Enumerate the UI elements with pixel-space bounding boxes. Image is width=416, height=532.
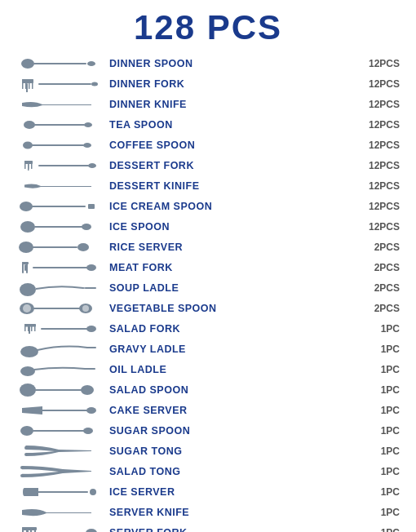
cake-server-icon [18, 402, 100, 419]
table-row: VEGETABLE SPOON 2PCS [8, 299, 408, 318]
svg-point-46 [82, 305, 89, 312]
dessert-knife-icon [18, 178, 100, 194]
icon-cell [8, 198, 106, 215]
item-name: TEA SPOON [106, 119, 367, 131]
item-name: SUGAR TONG [106, 446, 367, 457]
svg-point-14 [23, 142, 33, 149]
svg-rect-36 [22, 262, 29, 264]
svg-point-63 [86, 407, 96, 414]
svg-point-24 [20, 202, 33, 211]
item-name: ICE SPOON [106, 221, 367, 233]
svg-point-23 [88, 163, 96, 168]
icon-cell [8, 219, 106, 235]
svg-rect-8 [26, 83, 28, 92]
item-qty: 1PC [367, 446, 408, 457]
icon-cell [8, 157, 106, 174]
svg-rect-28 [34, 226, 83, 228]
item-name: OIL LADLE [106, 364, 367, 375]
svg-rect-41 [85, 287, 96, 289]
icon-cell [8, 55, 106, 72]
item-qty: 12PCS [367, 160, 408, 171]
svg-rect-52 [29, 326, 30, 334]
item-name: DESSERT FORK [106, 160, 367, 171]
item-qty: 1PC [367, 405, 408, 416]
icon-cell [8, 76, 106, 92]
page-title: 128 PCS [0, 8, 416, 47]
item-qty: 12PCS [367, 99, 408, 110]
svg-rect-75 [22, 527, 37, 530]
item-name: DINNER KNIFE [106, 99, 367, 110]
svg-point-54 [86, 326, 96, 332]
svg-rect-53 [41, 328, 88, 330]
svg-point-27 [20, 221, 35, 233]
icon-cell [8, 117, 106, 133]
item-qty: 1PC [367, 364, 408, 375]
svg-rect-31 [33, 246, 77, 248]
item-qty: 12PCS [367, 201, 408, 212]
item-name: DINNER FORK [106, 78, 367, 90]
svg-point-10 [91, 82, 98, 86]
svg-point-0 [21, 59, 34, 69]
item-name: SUGAR SPOON [106, 425, 367, 437]
table-row: GRAVY LADLE 1PC [8, 339, 408, 359]
item-qty: 1PC [367, 486, 408, 498]
table-row: DINNER SPOON 12PCS [8, 54, 408, 73]
salad-tong-icon [18, 463, 100, 480]
item-qty: 12PCS [367, 119, 408, 131]
item-qty: 1PC [367, 425, 408, 437]
icon-cell [8, 382, 106, 398]
icon-cell [8, 341, 106, 357]
ice-cream-spoon-icon [18, 198, 100, 215]
svg-rect-37 [24, 264, 26, 271]
gravy-ladle-icon [18, 341, 100, 357]
items-list: DINNER SPOON 12PCS DINNER FORK 12PCS [0, 54, 416, 532]
item-name: SERVER FORK [106, 527, 367, 532]
ice-spoon-icon [18, 219, 100, 235]
svg-point-32 [77, 243, 89, 251]
svg-rect-1 [33, 63, 86, 64]
svg-rect-21 [28, 164, 29, 171]
item-name: SALAD FORK [106, 323, 367, 335]
item-name: RICE SERVER [106, 242, 367, 253]
tea-spoon-icon [18, 117, 100, 133]
item-qty: 12PCS [367, 78, 408, 90]
item-qty: 1PC [367, 527, 408, 532]
item-qty: 1PC [367, 323, 408, 335]
svg-point-11 [24, 121, 35, 129]
item-name: SERVER KNIFE [106, 507, 367, 518]
icon-cell [8, 137, 106, 153]
rice-server-icon [18, 239, 100, 255]
svg-rect-7 [22, 79, 33, 83]
dessert-fork-icon [18, 157, 100, 174]
table-row: RICE SERVER 2PCS [8, 237, 408, 257]
item-qty: 1PC [367, 507, 408, 518]
item-name: SOUP LADLE [106, 282, 367, 294]
svg-rect-15 [32, 144, 84, 146]
svg-point-64 [20, 426, 33, 436]
ice-server-icon [18, 484, 100, 500]
svg-rect-44 [33, 308, 82, 309]
icon-cell [8, 463, 106, 480]
svg-point-29 [82, 224, 91, 230]
icon-cell [8, 361, 106, 378]
svg-rect-65 [33, 430, 85, 432]
item-qty: 12PCS [367, 140, 408, 151]
svg-point-43 [23, 304, 31, 313]
item-qty: 1PC [367, 466, 408, 477]
server-fork-icon [18, 525, 100, 532]
item-name: COFFEE SPOON [106, 140, 367, 151]
item-name: ICE SERVER [106, 486, 367, 498]
svg-point-78 [86, 529, 97, 532]
svg-rect-22 [38, 165, 89, 166]
svg-point-2 [87, 61, 95, 66]
svg-point-13 [84, 122, 92, 127]
table-row: SERVER KNIFE 1PC [8, 503, 408, 522]
icon-cell [8, 178, 106, 194]
table-row: DESSERT KINIFE 12PCS [8, 176, 408, 196]
table-row: SALAD FORK 1PC [8, 319, 408, 339]
table-row: DINNER KNIFE 12PCS [8, 95, 408, 114]
svg-rect-20 [24, 161, 33, 164]
table-row: ICE SPOON 12PCS [8, 217, 408, 237]
item-name: MEAT FORK [106, 262, 367, 273]
item-name: GRAVY LADLE [106, 344, 367, 355]
